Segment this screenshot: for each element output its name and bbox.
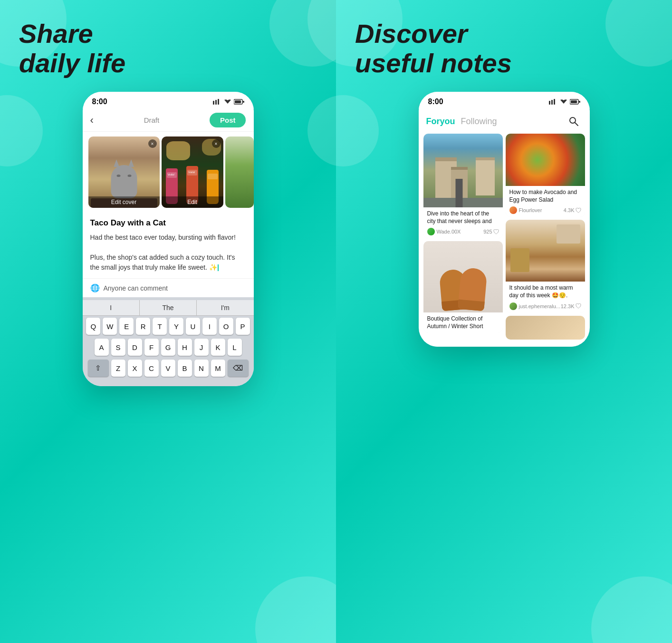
close-icon-2[interactable]: × [212,139,221,148]
key-z[interactable]: Z [111,360,125,377]
key-u[interactable]: U [186,318,200,335]
svg-rect-11 [579,101,580,103]
svg-line-13 [575,123,578,126]
key-b[interactable]: B [178,360,192,377]
tab-following[interactable]: Following [461,117,497,127]
tab-group: Foryou Following [426,117,497,127]
back-button[interactable]: ‹ [90,114,94,127]
key-a[interactable]: A [95,339,109,356]
status-bar: 8:00 [83,92,254,109]
svg-rect-5 [243,101,244,103]
key-m[interactable]: M [211,360,225,377]
key-y[interactable]: Y [169,318,183,335]
svg-point-12 [570,117,576,123]
key-e[interactable]: E [119,318,134,335]
images-strip: × Edit cover Voilà! Voilà! [83,132,254,213]
svg-rect-1 [215,100,217,105]
image-thumbnail-cat[interactable]: × Edit cover [88,136,160,208]
post-body-line1: Had the best taco ever today, bursting w… [90,233,246,243]
key-p[interactable]: P [236,318,250,335]
search-icon[interactable] [565,113,582,130]
edit-cover-label[interactable]: Edit cover [88,196,160,208]
post-content: Taco Day with a Cat Had the best taco ev… [83,213,254,278]
status-icons [213,99,244,105]
key-n[interactable]: N [194,360,209,377]
comment-label: Anyone can comment [104,284,168,292]
comment-row[interactable]: 🌐 Anyone can comment [83,278,254,297]
svg-rect-4 [235,100,241,103]
svg-rect-7 [551,100,553,105]
svg-rect-2 [218,99,219,105]
author-avatar-room [509,302,517,310]
status-time: 8:00 [92,97,107,106]
key-d[interactable]: D [128,339,142,356]
key-c[interactable]: C [144,360,159,377]
suggestion-2[interactable]: The [140,300,197,315]
key-h[interactable]: H [178,339,192,356]
key-k[interactable]: K [211,339,225,356]
key-j[interactable]: J [194,339,209,356]
card-boots[interactable]: Boutique Collection of Autumn / Winter S… [423,241,503,332]
left-phone-mockup: 8:00 ‹ Draft Post [83,92,254,386]
card-likes-salad: 4.3K [564,207,581,213]
key-i[interactable]: I [202,318,217,335]
key-s[interactable]: S [111,339,125,356]
suggestion-1[interactable]: I [83,300,140,315]
keyboard-row-1: Q W E R T Y U I O P [83,316,254,337]
suggestion-3[interactable]: I'm [197,300,253,315]
key-v[interactable]: V [161,360,175,377]
grid-column-right: How to make Avocado and Egg Power Salad … [506,134,585,339]
post-button[interactable]: Post [210,113,246,127]
key-g[interactable]: G [161,339,175,356]
key-q[interactable]: Q [86,318,100,335]
svg-rect-8 [554,99,555,105]
card-partial[interactable] [506,316,585,340]
key-x[interactable]: X [128,360,142,377]
keyboard-suggestions: I The I'm [83,300,254,316]
post-body-line2: Plus, the shop's cat added such a cozy t… [90,253,246,273]
close-icon[interactable]: × [148,139,157,148]
image-thumbnail-drinks[interactable]: Voilà! Voilà! × Edit [162,136,223,208]
phone-bottom [419,340,590,347]
key-f[interactable]: F [144,339,159,356]
keyboard-row-3: ⇧ Z X C V B N M ⌫ [83,358,254,379]
keyboard[interactable]: I The I'm Q W E R T Y U I O P A S D F [83,297,254,386]
grid-column-left: Dive into the heart of the city that nev… [423,134,503,339]
key-l[interactable]: L [228,339,242,356]
author-avatar [427,228,435,235]
card-salad[interactable]: How to make Avocado and Egg Power Salad … [506,134,585,217]
author-avatar-salad [509,206,517,214]
post-body: Had the best taco ever today, bursting w… [90,233,246,273]
svg-rect-0 [213,101,214,105]
key-shift[interactable]: ⇧ [88,360,109,377]
key-r[interactable]: R [136,318,150,335]
text-cursor [218,264,219,271]
post-header: ‹ Draft Post [83,109,254,132]
card-author-room: just.ephemeralu... [509,302,560,310]
right-headline: Discover useful notes [355,19,512,78]
key-o[interactable]: O [219,318,233,335]
card-room[interactable]: It should be a most warm day of this wee… [506,220,585,312]
card-text-salad: How to make Avocado and Egg Power Salad [506,186,585,205]
keyboard-row-2: A S D F G H J K L [83,337,254,358]
card-likes-room: 12.3K [561,303,581,309]
status-icons-right [549,99,580,105]
left-panel: Share daily life 8:00 ‹ Draft Post [0,0,336,643]
card-author-salad: Flourlover [509,206,542,214]
card-text-room: It should be a most warm day of this wee… [506,282,585,301]
card-meta-salad: Flourlover 4.3K [506,205,585,217]
key-w[interactable]: W [103,318,117,335]
status-bar-right: 8:00 [419,92,590,109]
svg-rect-10 [571,100,577,103]
post-title: Taco Day with a Cat [90,218,246,228]
key-backspace[interactable]: ⌫ [228,360,249,377]
tab-for-you[interactable]: Foryou [426,117,455,127]
card-text-boots: Boutique Collection of Autumn / Winter S… [423,312,503,332]
keyboard-bottom [83,379,254,383]
image-thumbnail-plant[interactable] [225,136,254,208]
card-street[interactable]: Dive into the heart of the city that nev… [423,134,503,238]
edit-label[interactable]: Edit [162,196,223,208]
discover-header: Foryou Following [419,109,590,134]
key-t[interactable]: T [153,318,167,335]
card-meta-street: Wade.00X 925 [423,227,503,238]
